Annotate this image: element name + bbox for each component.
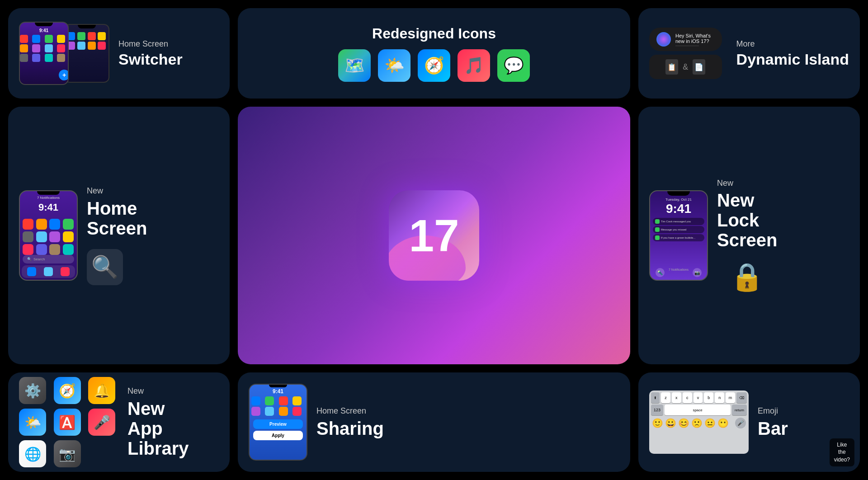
lock-screen-text: New NewLockScreen 🔒 <box>717 178 777 293</box>
sh-app <box>279 396 288 405</box>
hs-search-bar: 🔍 Search <box>23 255 74 264</box>
sharing-phone: 9:41 Preview Apply <box>249 384 307 461</box>
app-icon-mini <box>57 44 65 52</box>
emoji-smiley-face: 🙂 <box>652 418 663 428</box>
hs-notification-text: 7 Notifications <box>20 196 77 200</box>
dynamic-island-title: Dynamic Island <box>736 51 849 68</box>
kb-number-key[interactable]: 123 <box>651 405 663 415</box>
dynamic-island-text: More Dynamic Island <box>736 39 849 68</box>
ios17-number: 17 <box>409 210 459 262</box>
al-reminders-icon: 🔔 <box>88 377 115 404</box>
app-icon-mini <box>88 32 96 40</box>
al-weather-icon: 🌤️ <box>19 409 46 436</box>
safari-icon: 🧭 <box>418 49 450 82</box>
emoji-no-mouth: 😶 <box>717 418 729 428</box>
lock-screen-title: NewLockScreen <box>717 190 777 250</box>
phone-notch-right <box>78 25 96 28</box>
app-icon-mini <box>45 44 53 52</box>
switcher-text-block: Home Screen Switcher <box>118 39 183 68</box>
hs-apps-grid <box>20 217 77 257</box>
phone-left: 9:41 + <box>19 22 69 85</box>
app-icon-mini <box>77 42 85 50</box>
notif-icon <box>655 227 660 232</box>
weather-icon: 🌤️ <box>378 49 410 82</box>
app-icon-mini <box>20 44 28 52</box>
kb-key-v[interactable]: v <box>693 392 703 403</box>
hs-app <box>49 219 60 230</box>
kb-key-b[interactable]: b <box>704 392 713 403</box>
sharing-apply-btn[interactable]: Apply <box>253 431 303 440</box>
switcher-label: Home Screen <box>118 39 183 49</box>
hs-dock <box>22 265 75 278</box>
ls-notif-item: Message you missed <box>653 226 704 233</box>
kb-delete-key[interactable]: ⌫ <box>736 392 747 403</box>
sh-app <box>279 407 288 416</box>
kb-mic-key[interactable]: 🎤 <box>735 418 746 428</box>
kb-key-c[interactable]: c <box>683 392 692 403</box>
emoji-grinning: 😀 <box>665 418 676 428</box>
app-icon-mini <box>45 35 53 43</box>
ls-bottom-bar: 🔦 7 Notifications 📷 <box>650 268 707 277</box>
keyboard-mock: ⬆ z x c v b n m ⌫ 123 space return 🙂 😀 😊 <box>649 391 749 454</box>
hs-app <box>23 219 33 230</box>
kb-space-key[interactable]: space <box>665 405 731 415</box>
emoji-slightly-frowning: 🙁 <box>691 418 703 428</box>
al-camera-icon: 📷 <box>54 440 81 467</box>
notif-icon <box>655 235 660 240</box>
kb-key-n[interactable]: n <box>715 392 724 403</box>
di-siri-text: Hey Siri, What's new in iOS 17? <box>675 33 715 46</box>
app-grid-right <box>67 32 107 50</box>
app-icon-mini <box>20 35 28 43</box>
app-library-title: NewAppLibrary <box>127 399 189 458</box>
emoji-smile: 😊 <box>678 418 689 428</box>
dock-app-music <box>61 267 70 276</box>
card-redesigned-icons: Redesigned Icons 🗺️ 🌤️ 🧭 🎵 💬 <box>238 8 630 99</box>
notif-text: Message you missed <box>661 228 686 231</box>
dynamic-island-content: Hey Siri, What's new in iOS 17? 📋 & 📄 <box>649 28 722 79</box>
di-copy-icon: 📄 <box>693 59 705 75</box>
di-clipboard-row: 📋 & 📄 <box>649 55 722 79</box>
kb-key-x[interactable]: x <box>672 392 681 403</box>
app-icon-mini <box>45 54 53 62</box>
app-icon-mini <box>57 54 65 62</box>
phone-time-left: 9:41 <box>20 28 68 33</box>
kb-shift-key: ⬆ <box>651 392 660 403</box>
notif-text: If you have a green bubble... <box>661 236 695 239</box>
emoji-neutral: 😐 <box>704 418 716 428</box>
new-home-screen-label: New <box>87 186 147 196</box>
sharing-notch <box>269 385 287 387</box>
notif-text: Tim Cook messaged you <box>661 220 691 223</box>
hs-app <box>23 244 33 255</box>
app-library-grid: ⚙️ 🧭 🔔 🌤️ 🅰️ 🎤 🌐 📷 <box>19 377 118 467</box>
kb-row2: 123 space return <box>651 405 747 415</box>
music-icon: 🎵 <box>458 49 490 82</box>
kb-return-key[interactable]: return <box>732 405 747 415</box>
app-grid-left <box>20 35 68 62</box>
hs-app <box>49 231 60 242</box>
kb-key-z[interactable]: z <box>661 392 670 403</box>
di-divider <box>675 46 699 46</box>
di-clipboard-icon: 📋 <box>665 59 678 75</box>
sh-app <box>251 396 260 405</box>
app-icon-mini <box>32 35 40 43</box>
di-siri-query: Hey Siri, What's new in iOS 17? <box>675 33 715 44</box>
hs-app <box>36 219 47 230</box>
messages-icon: 💬 <box>497 49 530 82</box>
ios17-app-icon: 17 <box>389 190 479 281</box>
emoji-bar-title: Bar <box>758 419 788 438</box>
sharing-preview-btn[interactable]: Preview <box>253 419 303 429</box>
emoji-bar-label: Emoji <box>758 406 788 416</box>
hs-app <box>23 231 33 242</box>
new-home-screen-text: New HomeScreen 🔍 <box>87 186 147 285</box>
kb-row1: ⬆ z x c v b n m ⌫ <box>651 392 747 403</box>
ls-notif-item: If you have a green bubble... <box>653 234 704 241</box>
app-icon-mini <box>32 54 40 62</box>
lock-screen-label: New <box>717 178 777 188</box>
card-home-switcher: 9:41 + <box>8 8 230 99</box>
plus-badge: + <box>59 70 69 80</box>
card-new-lock-screen: Tuesday, Oct 21 9:41 Tim Cook messaged y… <box>638 107 860 364</box>
hs-app <box>63 231 74 242</box>
sharing-home-grid <box>250 395 307 418</box>
kb-key-m[interactable]: m <box>726 392 735 403</box>
like-badge: Likethevideo? <box>830 438 854 466</box>
